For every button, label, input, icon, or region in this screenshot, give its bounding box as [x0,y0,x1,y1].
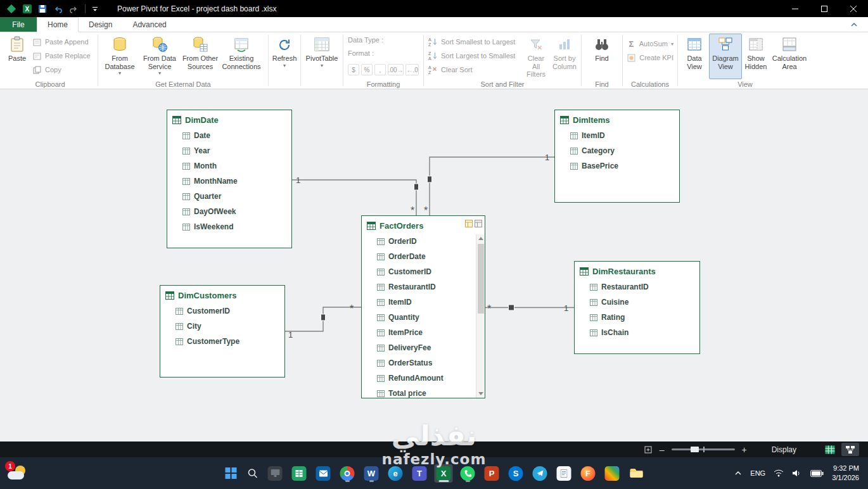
taskbar-search[interactable] [245,466,260,481]
table-field[interactable]: MonthName [167,174,291,189]
zoom-fit-icon[interactable] [644,445,653,454]
tab-advanced[interactable]: Advanced [122,17,176,32]
battery-icon[interactable] [810,470,824,477]
table-dimdate[interactable]: DimDate Date Year Mont [167,110,292,248]
show-hidden-button[interactable]: Show Hidden [742,34,770,79]
wifi-icon[interactable] [774,469,784,477]
paste-replace-button[interactable]: Paste Replace [30,49,93,62]
from-database-button[interactable]: From Database▾ [100,34,139,79]
paste-button[interactable]: Paste [4,34,30,79]
table-header[interactable]: DimDate [167,110,291,128]
tray-chevron-up-icon[interactable] [734,471,742,476]
scrollbar-thumb[interactable] [478,244,484,314]
existing-connections-button[interactable]: Existing Connections [220,34,262,79]
taskbar-skype[interactable]: S [507,464,525,483]
clear-all-filters-button[interactable]: Clear All Filters [522,34,550,80]
table-field[interactable]: DeliveryFee [362,340,476,355]
table-dimrestaurants[interactable]: DimRestaurants RestaurantID Cuisine [574,261,700,354]
undo-icon[interactable] [53,4,63,13]
taskbar-photos[interactable] [603,464,622,483]
maximize-button[interactable] [810,0,839,17]
minimize-button[interactable] [781,0,810,17]
scroll-down-icon[interactable] [476,390,485,398]
format-button[interactable]: , [374,64,386,75]
table-field[interactable]: Date [167,128,291,143]
table-field[interactable]: Category [555,143,679,158]
maximize-table-icon[interactable] [475,220,482,227]
data-view-toggle[interactable] [821,443,839,456]
start-button[interactable] [223,465,239,481]
taskbar-telegram[interactable] [531,464,549,483]
table-scrollbar[interactable] [476,234,485,398]
redo-icon[interactable] [69,4,79,13]
zoom-slider[interactable] [672,448,735,450]
table-field[interactable]: DayOfWeek [167,204,291,219]
tab-design[interactable]: Design [79,17,122,32]
taskbar-notepad[interactable] [555,464,573,483]
table-field[interactable]: Cuisine [575,295,699,310]
format-button[interactable]: ←.0 [405,64,419,75]
create-kpi-button[interactable]: Create KPI [625,51,675,64]
table-field[interactable]: RestaurantID [575,279,699,295]
table-header[interactable]: DimCustomers [160,286,284,303]
table-factorders[interactable]: FactOrders OrderID OrderDate [361,215,485,398]
diagram-view-toggle[interactable] [841,443,859,456]
taskbar-mail[interactable] [314,464,333,483]
paste-append-button[interactable]: Paste Append [30,35,93,48]
format-button[interactable]: $ [348,64,359,75]
diagram-view-button[interactable]: Diagram View [709,34,742,79]
from-data-service-button[interactable]: From Data Service▾ [139,34,180,79]
taskbar-whatsapp[interactable] [459,464,477,483]
table-field[interactable]: Year [167,143,291,158]
sort-largest-to-smallest-button[interactable]: ZA Sort Largest to Smallest [426,49,522,62]
table-field[interactable]: ItemID [555,128,679,143]
table-field[interactable]: CustomerID [362,264,476,279]
tab-file[interactable]: File [0,17,37,32]
customize-toolbar-icon[interactable] [92,6,98,12]
table-field[interactable]: IsWeekend [167,219,291,234]
table-field[interactable]: OrderStatus [362,355,476,371]
format-button[interactable]: .00→ [388,64,404,75]
table-header[interactable]: DimItems [555,110,679,128]
taskbar-sheets[interactable] [290,464,309,483]
scroll-up-icon[interactable] [476,234,485,243]
zoom-in-button[interactable]: + [741,445,748,455]
taskbar-powerpoint[interactable]: P [483,464,501,483]
zoom-slider-handle[interactable] [691,447,699,452]
table-field[interactable]: BasePrice [555,158,679,174]
calculation-area-button[interactable]: Calculation Area [770,34,809,79]
refresh-button[interactable]: Refresh▾ [271,34,298,79]
taskbar-firefox[interactable]: F [579,464,597,483]
zoom-out-button[interactable]: – [658,445,666,455]
taskbar-word[interactable]: W [362,464,381,483]
table-field[interactable]: City [160,319,284,334]
table-field[interactable]: IsChain [575,325,699,340]
table-field[interactable]: RefundAmount [362,371,476,386]
taskbar-chrome[interactable] [338,464,357,483]
table-dimcustomers[interactable]: DimCustomers CustomerID City [160,285,285,378]
close-button[interactable] [839,0,868,17]
weather-widget[interactable]: 1 [0,457,34,489]
excel-app-icon[interactable]: X [23,4,32,13]
table-field[interactable]: ItemID [362,295,476,310]
table-header[interactable]: DimRestaurants [575,262,699,279]
clear-sort-button[interactable]: AZ Clear Sort [426,63,522,76]
sort-smallest-to-largest-button[interactable]: AZ Sort Smallest to Largest [426,35,522,48]
tab-home[interactable]: Home [37,17,79,32]
taskbar-desktop-app[interactable] [266,464,284,483]
format-button[interactable]: % [361,64,373,75]
taskbar-edge[interactable]: e [386,464,405,483]
table-field[interactable]: OrderID [362,234,476,249]
table-field[interactable]: CustomerID [160,303,284,319]
copy-button[interactable]: Copy [30,63,93,76]
taskbar-teams[interactable]: T [411,464,429,483]
save-icon[interactable] [38,4,47,13]
table-field[interactable]: Rating [575,310,699,325]
table-field[interactable]: ItemPrice [362,325,476,340]
collapse-ribbon-icon[interactable] [850,22,858,27]
table-field[interactable]: Quantity [362,310,476,325]
sort-by-column-button[interactable]: Sort by Column [550,34,579,80]
autosum-button[interactable]: Σ AutoSum▾ [625,37,675,50]
diagram-canvas[interactable]: 1 1 1 1 * * * * DimDate [0,89,868,441]
data-view-button[interactable]: Data View [680,34,709,79]
